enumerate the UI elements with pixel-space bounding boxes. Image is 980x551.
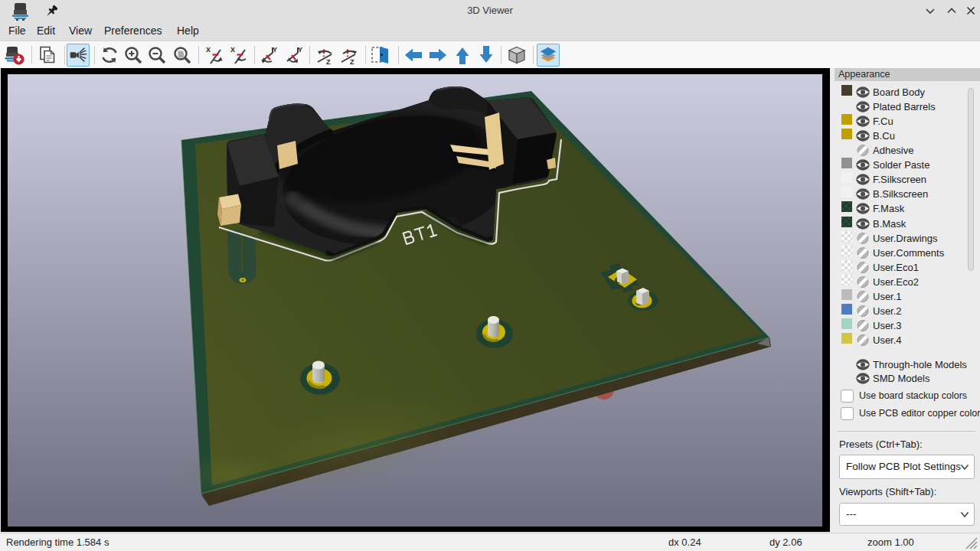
svg-text:Z: Z bbox=[350, 58, 354, 65]
svg-text:Z: Z bbox=[326, 58, 331, 65]
svg-text:X: X bbox=[206, 46, 211, 54]
svg-text:X: X bbox=[230, 46, 235, 54]
